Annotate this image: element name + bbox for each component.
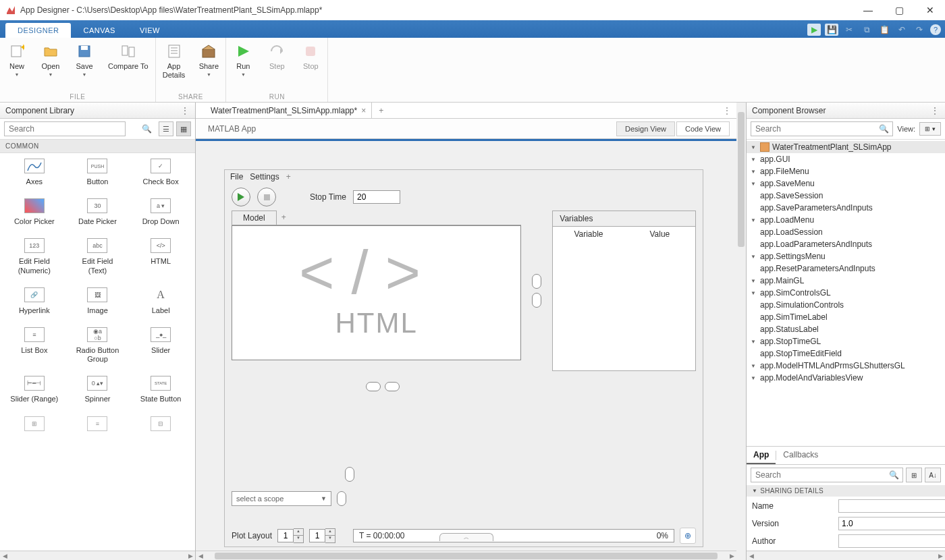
component-axes[interactable]: Axes: [6, 159, 63, 186]
tree-node[interactable]: app.SimTimeLabel: [747, 311, 945, 323]
add-tab-button[interactable]: +: [372, 103, 390, 118]
step-button[interactable]: Step: [260, 40, 294, 92]
add-menu-icon[interactable]: +: [286, 172, 291, 181]
expand-icon[interactable]: ▼: [751, 375, 757, 381]
prop-grid-button[interactable]: ⊞: [906, 468, 922, 482]
tree-node[interactable]: ▼WaterTreatmentPlant_SLSimApp: [747, 141, 945, 153]
tree-node[interactable]: ▼app.LoadMenu: [747, 214, 945, 226]
app-window[interactable]: File Settings + Stop Time Model +: [224, 169, 703, 547]
add-model-tab[interactable]: +: [276, 211, 292, 225]
tree-node[interactable]: ▼app.ModelHTMLAndPrmsGLShuttersGL: [747, 360, 945, 372]
stop-button[interactable]: Stop: [294, 40, 327, 92]
save-button[interactable]: Save ▼: [68, 40, 101, 92]
prop-tab-app[interactable]: App: [747, 447, 776, 464]
quick-help-icon[interactable]: ?: [930, 24, 941, 35]
view-dropdown[interactable]: ⊞ ▾: [919, 122, 941, 136]
prop-tab-callbacks[interactable]: Callbacks: [776, 447, 825, 464]
tree-node[interactable]: app.StopTimeEditField: [747, 347, 945, 360]
component-editfield-text[interactable]: abcEdit Field (Text): [69, 238, 126, 275]
plot-cols-spinner[interactable]: ▲▼: [309, 528, 335, 543]
horizontal-shutters[interactable]: [196, 378, 703, 395]
component-tree[interactable]: ▼WaterTreatmentPlant_SLSimApp▼app.GUI▼ap…: [747, 140, 945, 446]
tree-node[interactable]: ▼app.MainGL: [747, 275, 945, 287]
expand-icon[interactable]: ▼: [751, 363, 757, 369]
app-menu-file[interactable]: File: [230, 172, 243, 181]
component-colorpicker[interactable]: Color Picker: [6, 198, 63, 226]
component-label[interactable]: ALabel: [132, 287, 189, 315]
component-html[interactable]: </>HTML: [132, 238, 189, 275]
canvas-vscrollbar[interactable]: [736, 103, 746, 560]
drawer-handle[interactable]: ︿: [439, 533, 493, 541]
component-more[interactable]: ⊞: [6, 416, 63, 435]
tree-node[interactable]: ▼app.StopTimeGL: [747, 335, 945, 347]
component-more[interactable]: ≡: [69, 416, 126, 435]
prop-search-input[interactable]: [751, 468, 903, 482]
quick-undo-icon[interactable]: ↶: [895, 24, 909, 36]
compare-button[interactable]: Compare To: [101, 40, 155, 92]
component-checkbox[interactable]: ✓Check Box: [132, 159, 189, 186]
tree-node[interactable]: app.SaveParametersAndInputs: [747, 202, 945, 214]
expand-icon[interactable]: ▼: [751, 144, 757, 150]
prop-val-name[interactable]: [838, 499, 945, 513]
component-hyperlink[interactable]: 🔗Hyperlink: [6, 287, 63, 315]
tree-node[interactable]: app.SimulationControls: [747, 299, 945, 311]
expand-icon[interactable]: ▼: [751, 217, 757, 223]
scope-dropdown[interactable]: select a scope ▼: [232, 491, 331, 506]
expand-icon[interactable]: ▼: [751, 254, 757, 260]
component-button[interactable]: PUSHButton: [69, 159, 126, 186]
shutter-pill[interactable]: [337, 491, 346, 506]
plot-rows-spinner[interactable]: ▲▼: [277, 528, 304, 543]
expand-icon[interactable]: ▼: [751, 169, 757, 175]
sim-run-button[interactable]: [232, 188, 250, 206]
component-dropdown[interactable]: a ▾Drop Down: [132, 198, 189, 226]
expand-icon[interactable]: ▼: [751, 339, 757, 345]
filetabs-menu-icon[interactable]: ⋮: [718, 103, 736, 118]
tab-designer[interactable]: DESIGNER: [5, 23, 71, 38]
panel-menu-icon[interactable]: ⋮: [930, 105, 940, 116]
sim-stop-button[interactable]: [257, 188, 276, 206]
component-spinner[interactable]: 0 ▴▾Spinner: [69, 376, 126, 403]
tree-node[interactable]: ▼app.ModelAndVariablesView: [747, 372, 945, 384]
run-button[interactable]: Run ▼: [226, 40, 260, 92]
variables-tab[interactable]: Variables: [552, 211, 696, 226]
expand-icon[interactable]: ▼: [751, 290, 757, 296]
component-more[interactable]: ⊟: [132, 416, 189, 435]
component-slider[interactable]: ⎯◆⎯Slider: [132, 327, 189, 364]
quick-save-icon[interactable]: 💾: [825, 24, 838, 36]
zoom-button[interactable]: ⊕: [680, 528, 696, 544]
canvas-area[interactable]: File Settings + Stop Time Model +: [196, 139, 736, 551]
tree-node[interactable]: app.StatusLabel: [747, 323, 945, 335]
vertical-shutters[interactable]: [532, 211, 541, 371]
component-editfield-numeric[interactable]: 123Edit Field (Numeric): [6, 238, 63, 275]
close-tab-icon[interactable]: ×: [361, 106, 366, 115]
shutter-pill[interactable]: [345, 467, 354, 482]
panel-menu-icon[interactable]: ⋮: [180, 105, 190, 116]
expand-icon[interactable]: ▼: [751, 181, 757, 187]
component-slider-range[interactable]: ⊢━⊣Slider (Range): [6, 376, 63, 403]
component-search-input[interactable]: [4, 121, 126, 136]
quick-paste-icon[interactable]: 📋: [878, 24, 891, 36]
share-button[interactable]: Share ▼: [192, 40, 225, 92]
expand-icon[interactable]: ▼: [751, 278, 757, 284]
component-listbox[interactable]: ≡List Box: [6, 327, 63, 364]
tree-node[interactable]: ▼app.SimControlsGL: [747, 287, 945, 299]
list-view-button[interactable]: ☰: [159, 121, 173, 136]
canvas-hscrollbar[interactable]: ◀▶: [196, 551, 736, 560]
tree-node[interactable]: ▼app.GUI: [747, 153, 945, 165]
tree-node[interactable]: app.SaveSession: [747, 190, 945, 202]
prop-sort-button[interactable]: A↓: [925, 468, 941, 482]
html-component[interactable]: < / > HTML: [232, 225, 521, 360]
quick-redo-icon[interactable]: ↷: [913, 24, 926, 36]
model-tab[interactable]: Model: [232, 211, 277, 225]
tab-canvas[interactable]: CANVAS: [71, 23, 127, 38]
design-view-button[interactable]: Design View: [616, 121, 675, 136]
new-button[interactable]: ✦ New ▼: [0, 40, 34, 92]
quick-run-icon[interactable]: ▶: [807, 24, 821, 36]
tree-node[interactable]: ▼app.SaveMenu: [747, 177, 945, 190]
app-menu-settings[interactable]: Settings: [250, 172, 279, 181]
expand-icon[interactable]: ▼: [751, 157, 757, 163]
prop-val-author[interactable]: [838, 534, 945, 548]
tree-node[interactable]: app.LoadParametersAndInputs: [747, 238, 945, 250]
tree-node[interactable]: ▼app.SettingsMenu: [747, 250, 945, 262]
app-details-button[interactable]: App Details: [156, 40, 192, 92]
